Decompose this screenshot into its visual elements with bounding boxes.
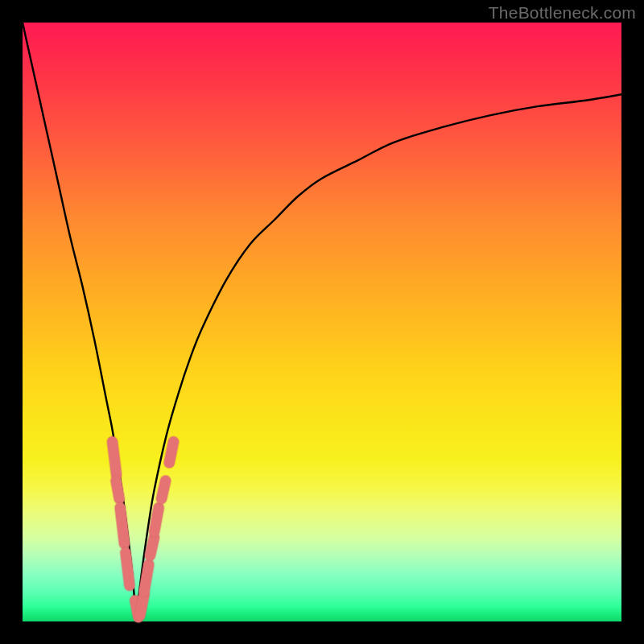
marker-pill	[169, 442, 173, 463]
bottleneck-curve	[23, 23, 621, 616]
chart-frame: TheBottleneck.com	[0, 0, 644, 644]
marker-pill	[155, 508, 159, 532]
plot-area	[23, 23, 621, 621]
curve-layer	[23, 23, 621, 621]
marker-pill	[116, 481, 119, 498]
marker-pill	[144, 564, 149, 591]
marker-cluster	[113, 442, 174, 617]
marker-pill	[126, 552, 130, 585]
marker-pill	[120, 508, 124, 544]
marker-pill	[150, 538, 154, 555]
marker-pill	[162, 481, 166, 498]
marker-pill	[140, 595, 144, 616]
watermark-text: TheBottleneck.com	[489, 3, 636, 23]
bottleneck-curve-path	[23, 23, 621, 616]
marker-pill	[113, 442, 117, 475]
